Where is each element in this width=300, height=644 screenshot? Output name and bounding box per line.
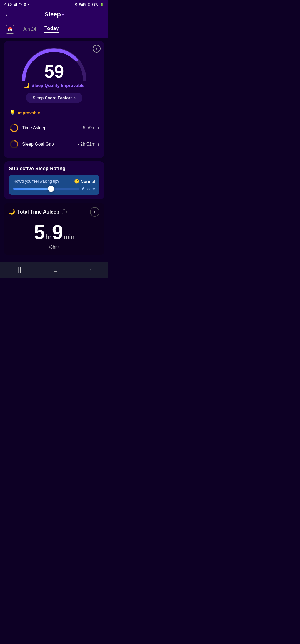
score-factors-label: Sleep Score Factors <box>32 95 72 100</box>
goal-arrow-icon: › <box>58 245 59 250</box>
slider-track[interactable] <box>13 188 79 190</box>
hours-unit: hr <box>46 233 51 241</box>
back-button[interactable]: ‹ <box>6 11 8 18</box>
gauge-container: 59 <box>44 45 64 81</box>
main-content: ! 59 🌙 Sleep Quality Improvable Sleep Sc… <box>0 38 108 262</box>
calendar-icon[interactable]: 📅 <box>6 25 14 34</box>
previous-date[interactable]: Jun 24 <box>20 27 39 32</box>
back-nav-icon[interactable]: ‹ <box>90 266 92 273</box>
sleep-goal-gap-label: Sleep Goal Gap <box>22 142 54 147</box>
wifi-icon: WiFi <box>79 3 86 6</box>
time-asleep-label: Time Asleep <box>22 125 46 130</box>
sleep-score-card: ! 59 🌙 Sleep Quality Improvable Sleep Sc… <box>4 41 104 158</box>
rating-inner: How'd you feel waking up? 🙂 Normal 6 sco… <box>9 175 99 195</box>
sleep-goal-ring-icon <box>9 140 19 149</box>
sleep-goal-gap-left: Sleep Goal Gap <box>9 140 54 149</box>
mood-label: Normal <box>81 179 95 184</box>
rating-top: How'd you feel waking up? 🙂 Normal <box>13 179 95 184</box>
status-left: 4:25 🖼 ◠ ⊖ • <box>4 2 29 6</box>
recents-nav-icon[interactable]: ||| <box>16 266 21 273</box>
total-asleep-title: 🌙 Total Time Asleep i <box>9 209 67 215</box>
bluetooth-icon: ⚙ <box>75 3 78 6</box>
subjective-rating-title: Subjective Sleep Rating <box>9 166 99 172</box>
battery-display: 72% <box>92 3 98 6</box>
slider-fill <box>13 188 51 190</box>
gauge-wrapper: 59 <box>9 45 99 83</box>
alarm-icon: ⊘ <box>88 3 90 6</box>
current-date[interactable]: Today <box>44 26 59 33</box>
sleep-goal-link[interactable]: /8hr › <box>9 245 99 250</box>
total-time-asleep-card: 🌙 Total Time Asleep i › 5 hr 9 min /8hr … <box>4 203 104 255</box>
chevron-right-icon: › <box>74 95 76 100</box>
home-nav-icon[interactable]: □ <box>54 266 57 273</box>
sleep-quality-label: 🌙 Sleep Quality Improvable <box>9 83 99 89</box>
rating-question: How'd you feel waking up? <box>13 179 59 184</box>
total-time-display: 5 hr 9 min <box>9 222 99 242</box>
sleep-goal-gap-value: - 2hr51min <box>78 142 99 147</box>
improvable-label: 💡 Improvable <box>9 110 99 116</box>
time-asleep-row: Time Asleep 5hr9min <box>9 120 99 136</box>
minutes-unit: min <box>64 233 74 241</box>
sleep-score-factors-button[interactable]: Sleep Score Factors › <box>26 93 82 103</box>
dot-icon: • <box>28 2 29 6</box>
header-title: Sleep ▾ <box>44 11 64 18</box>
improvable-text: Improvable <box>18 110 40 115</box>
photo-icon: 🖼 <box>13 2 17 6</box>
bottom-navigation: ||| □ ‹ <box>0 262 108 278</box>
sleep-score-value: 59 <box>44 63 64 80</box>
rating-result: 🙂 Normal <box>74 179 95 184</box>
slider-score-label: 6 score <box>82 187 95 191</box>
total-asleep-header: 🌙 Total Time Asleep i › <box>9 207 99 217</box>
time-asleep-left: Time Asleep <box>9 123 46 133</box>
wifi-arc-icon: ◠ <box>19 2 22 6</box>
status-right: ⚙ WiFi ⊘ 72% 🔋 <box>75 3 104 6</box>
minutes-value: 9 <box>52 222 63 242</box>
arrow-right-icon: › <box>94 209 95 214</box>
header-title-text: Sleep <box>44 11 61 18</box>
minus-icon: ⊖ <box>23 2 26 6</box>
date-navigation: 📅 Jun 24 Today <box>0 23 108 38</box>
improvable-section: 💡 Improvable Time Asleep 5hr9min <box>9 108 99 152</box>
moon-z-icon: 🌙 <box>24 83 30 89</box>
subjective-rating-card: Subjective Sleep Rating How'd you feel w… <box>4 161 104 199</box>
mood-emoji: 🙂 <box>74 179 79 184</box>
time-display: 4:25 <box>4 2 12 6</box>
hours-value: 5 <box>34 222 45 242</box>
sleep-rating-slider[interactable]: 6 score <box>13 187 95 191</box>
total-asleep-info-icon[interactable]: i <box>62 209 67 214</box>
slider-thumb[interactable] <box>48 186 54 192</box>
time-asleep-ring-icon <box>9 123 19 133</box>
bulb-icon: 💡 <box>9 110 16 116</box>
info-button[interactable]: ! <box>93 45 101 53</box>
total-asleep-nav-button[interactable]: › <box>90 207 99 217</box>
sleep-quality-text: Sleep Quality Improvable <box>31 83 84 88</box>
battery-icon: 🔋 <box>100 3 104 6</box>
dropdown-arrow-icon[interactable]: ▾ <box>62 12 64 17</box>
time-asleep-value: 5hr9min <box>83 125 99 130</box>
status-bar: 4:25 🖼 ◠ ⊖ • ⚙ WiFi ⊘ 72% 🔋 <box>0 0 108 8</box>
goal-label: /8hr <box>49 245 57 250</box>
sleep-goal-gap-row: Sleep Goal Gap - 2hr51min <box>9 136 99 152</box>
total-asleep-title-text: Total Time Asleep <box>17 209 59 215</box>
app-header: ‹ Sleep ▾ <box>0 8 108 23</box>
moon-z-small-icon: 🌙 <box>9 209 15 215</box>
